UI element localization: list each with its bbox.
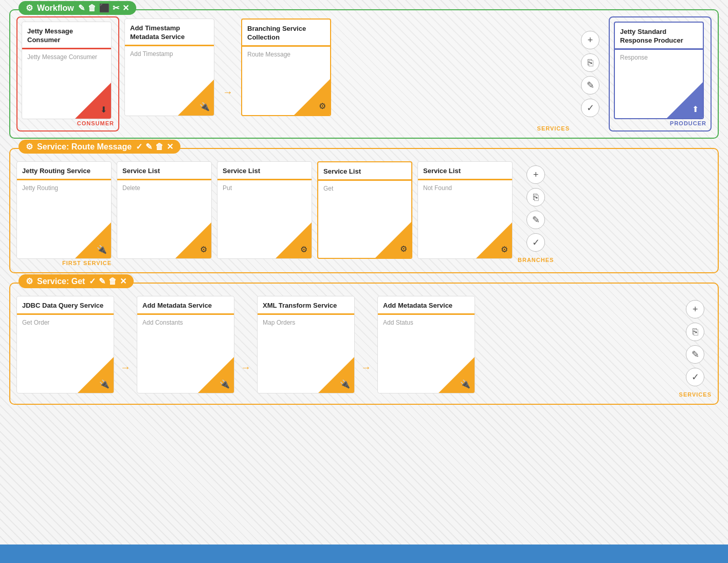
add-meta2-title: Add Metadata Service (378, 296, 475, 313)
check-button[interactable]: ✓ (581, 99, 599, 117)
expand-icon[interactable]: ⬛ (99, 3, 110, 13)
get-check-icon[interactable]: ✓ (89, 276, 96, 286)
consumer-card[interactable]: Jetty Message Consumer Jetty Message Con… (22, 22, 112, 119)
get-add-btn[interactable]: + (686, 300, 704, 318)
sl-get-icon: ⚙ (400, 244, 407, 254)
producer-title: Jetty Standard Response Producer (615, 23, 703, 48)
add-meta1-icon: 🔌 (220, 379, 230, 389)
edit-icon[interactable]: ✎ (78, 3, 85, 13)
route-copy-btn[interactable]: ⎘ (526, 188, 545, 207)
service-list-put-card[interactable]: Service List Put ⚙ (217, 161, 312, 259)
first-service-label: FIRST SERVICE (16, 259, 112, 266)
route-actions: ✓ ✎ 🗑 ✕ (136, 142, 173, 152)
branching-icon: ⚙ (319, 101, 326, 111)
route-check-btn[interactable]: ✓ (526, 233, 545, 252)
get-edit-btn[interactable]: ✎ (686, 345, 704, 364)
route-cards-row: Jetty Routing Service Jetty Routing 🔌 FI… (16, 161, 712, 266)
services-cards: Add Timestamp Metadata Service Add Times… (124, 16, 572, 124)
sl-notfound-icon: ⚙ (501, 245, 508, 254)
delete-icon[interactable]: 🗑 (88, 4, 96, 13)
workflow-header: ⚙ Workflow ✎ 🗑 ⬛ ✂ ✕ (19, 1, 136, 15)
add-timestamp-card[interactable]: Add Timestamp Metadata Service Add Times… (124, 18, 214, 116)
add-metadata-1-card[interactable]: Add Metadata Service Add Constants 🔌 (137, 296, 234, 393)
services-area: Add Timestamp Metadata Service Add Times… (124, 16, 572, 132)
routing-service-card[interactable]: Jetty Routing Service Jetty Routing 🔌 (16, 161, 112, 259)
get-close-icon[interactable]: ✕ (120, 276, 126, 286)
get-cards-row: JDBC Data Query Service Get Order 🔌 → Ad… (16, 296, 712, 398)
producer-label: PRODUCER (614, 119, 706, 126)
get-icon: ⚙ (26, 276, 33, 286)
cut-icon[interactable]: ✂ (113, 3, 119, 13)
route-edit-btn[interactable]: ✎ (526, 211, 545, 229)
get-actions: ✓ ✎ 🗑 ✕ (89, 276, 126, 286)
add-timestamp-icon: 🔌 (199, 102, 210, 111)
services-arrow: → (220, 86, 236, 98)
route-side-buttons: + ⎘ ✎ ✓ (522, 161, 549, 256)
route-delete-icon[interactable]: 🗑 (155, 142, 163, 152)
consumer-card-title: Jetty Message Consumer (22, 22, 111, 48)
route-edit-icon[interactable]: ✎ (145, 142, 152, 152)
workflow-icon: ⚙ (26, 3, 33, 13)
consumer-label: CONSUMER (22, 119, 114, 126)
consumer-subsection: Jetty Message Consumer Jetty Message Con… (16, 16, 119, 132)
get-delete-icon[interactable]: 🗑 (108, 277, 117, 286)
add-button[interactable]: + (581, 31, 599, 49)
producer-icon: ⬆ (692, 104, 699, 114)
workflow-inner: Jetty Message Consumer Jetty Message Con… (16, 16, 712, 132)
routing-corner-icon: 🔌 (97, 245, 107, 254)
get-title: Service: Get (37, 277, 85, 286)
get-side-buttons: + ⎘ ✎ ✓ (682, 296, 708, 390)
get-header: ⚙ Service: Get ✓ ✎ 🗑 ✕ (19, 274, 134, 288)
route-add-btn[interactable]: + (526, 165, 545, 184)
route-icon: ⚙ (26, 142, 33, 152)
jdbc-card[interactable]: JDBC Data Query Service Get Order 🔌 (16, 296, 114, 393)
route-message-section: ⚙ Service: Route Message ✓ ✎ 🗑 ✕ Jetty R… (9, 148, 719, 273)
get-arrow3: → (358, 362, 374, 373)
xml-icon: 🔌 (340, 379, 350, 389)
services-label: SERVICES (124, 124, 572, 132)
routing-title: Jetty Routing Service (17, 162, 111, 179)
get-section: ⚙ Service: Get ✓ ✎ 🗑 ✕ JDBC Data Query S… (9, 283, 719, 405)
workflow-side-buttons: + ⎘ ✎ ✓ (577, 27, 604, 121)
add-metadata-2-card[interactable]: Add Metadata Service Add Status 🔌 (377, 296, 475, 393)
workflow-actions: ✎ 🗑 ⬛ ✂ ✕ (78, 3, 129, 13)
workflow-section: ⚙ Workflow ✎ 🗑 ⬛ ✂ ✕ Jetty Message Consu… (9, 9, 719, 139)
routing-service-container: Jetty Routing Service Jetty Routing 🔌 FI… (16, 161, 112, 266)
route-header: ⚙ Service: Route Message ✓ ✎ 🗑 ✕ (19, 140, 180, 154)
service-list-notfound-card[interactable]: Service List Not Found ⚙ (417, 161, 513, 259)
branches-label: BRANCHES (518, 256, 554, 263)
workflow-title: Workflow (37, 4, 74, 13)
sl-get-title: Service List (318, 162, 411, 179)
add-meta1-title: Add Metadata Service (137, 296, 234, 313)
sl-delete-icon: ⚙ (200, 245, 207, 254)
add-meta2-icon: 🔌 (460, 379, 470, 389)
get-copy-btn[interactable]: ⎘ (686, 323, 704, 341)
close-icon[interactable]: ✕ (122, 3, 129, 13)
service-list-get-card[interactable]: Service List Get ⚙ (317, 161, 412, 259)
get-arrow1: → (117, 362, 134, 373)
workflow-edit-button[interactable]: ✎ (581, 76, 599, 95)
route-side-area: + ⎘ ✎ ✓ BRANCHES (518, 161, 554, 263)
get-side-area: + ⎘ ✎ ✓ SERVICES (679, 296, 712, 398)
route-title: Service: Route Message (37, 142, 132, 152)
xml-title: XML Transform Service (258, 296, 354, 313)
get-check-btn[interactable]: ✓ (686, 368, 704, 386)
jdbc-icon: 🔌 (99, 379, 110, 389)
xml-transform-card[interactable]: XML Transform Service Map Orders 🔌 (257, 296, 355, 393)
get-arrow2: → (238, 362, 254, 373)
get-services-label: SERVICES (679, 390, 712, 398)
get-edit-icon[interactable]: ✎ (99, 276, 105, 286)
sl-put-title: Service List (217, 162, 312, 179)
sl-delete-title: Service List (117, 162, 211, 179)
service-list-delete-card[interactable]: Service List Delete ⚙ (117, 161, 212, 259)
add-timestamp-title: Add Timestamp Metadata Service (125, 19, 214, 45)
branching-title: Branching Service Collection (242, 20, 330, 45)
producer-card[interactable]: Jetty Standard Response Producer Respons… (614, 22, 704, 119)
bottom-bar (0, 545, 728, 563)
jdbc-title: JDBC Data Query Service (17, 296, 114, 313)
branching-service-card[interactable]: Branching Service Collection Route Messa… (241, 18, 331, 116)
route-close-icon[interactable]: ✕ (167, 142, 173, 152)
consumer-corner-icon: ⬇ (100, 105, 107, 115)
route-check-icon[interactable]: ✓ (136, 142, 142, 152)
copy-button[interactable]: ⎘ (581, 53, 599, 72)
